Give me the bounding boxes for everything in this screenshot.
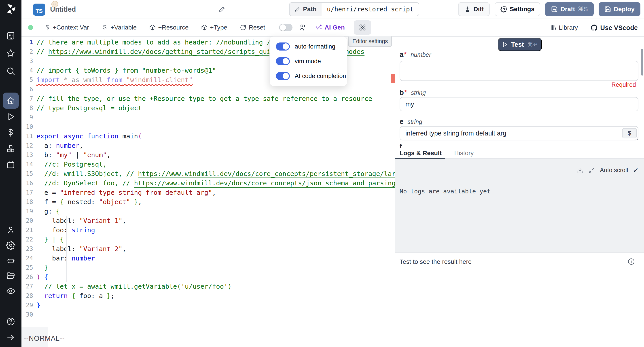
panel-scrollbar[interactable] xyxy=(641,49,643,76)
editor-toolbar: +Context Var +Variable +Resource +Type R… xyxy=(22,19,644,37)
code-line[interactable]: 7// fill the type, or use the +Resource … xyxy=(22,94,395,103)
code-line[interactable]: 22 } | { xyxy=(22,235,395,244)
favorites-star-icon[interactable] xyxy=(0,45,22,61)
arg-b-input[interactable] xyxy=(400,97,638,111)
code-line[interactable]: 30 xyxy=(22,310,395,319)
draft-button[interactable]: Draft ⌘S xyxy=(545,2,594,16)
windmill-logo-icon[interactable] xyxy=(5,3,16,15)
arg-e-input[interactable] xyxy=(400,126,638,140)
dollar-icon xyxy=(102,24,108,31)
line-number: 29 xyxy=(22,300,33,310)
library-icon xyxy=(550,24,556,31)
add-variable-button[interactable]: +Variable xyxy=(102,24,137,31)
add-resource-button[interactable]: +Resource xyxy=(149,24,188,31)
line-number: 22 xyxy=(22,235,33,244)
sidebar-item-resources[interactable] xyxy=(0,141,22,157)
toggle-on[interactable] xyxy=(276,72,290,80)
edit-summary-pencil-icon[interactable] xyxy=(218,5,226,13)
deploy-button[interactable]: Deploy xyxy=(598,2,640,16)
add-context-var-button[interactable]: +Context Var xyxy=(44,24,89,31)
test-button[interactable]: Test ⌘↵ xyxy=(498,38,542,51)
sidebar-item-folders[interactable] xyxy=(0,268,22,284)
tab-history[interactable]: History xyxy=(454,150,474,157)
code-line[interactable]: 8// type Postgresql = object xyxy=(22,103,395,113)
code-line[interactable]: 17 e = "inferred type string from defaul… xyxy=(22,188,395,197)
library-button[interactable]: Library xyxy=(550,24,578,31)
sidebar-item-users[interactable] xyxy=(0,222,22,238)
download-logs-icon[interactable] xyxy=(577,167,584,174)
toggle-on[interactable] xyxy=(276,57,290,65)
code-line[interactable]: 26) { xyxy=(22,272,395,282)
code-line[interactable]: 12 a: number, xyxy=(22,141,395,150)
menu-item-auto-formatting[interactable]: auto-formatting xyxy=(276,42,341,50)
line-number: 8 xyxy=(22,103,33,113)
tab-logs-result[interactable]: Logs & Result xyxy=(400,150,442,157)
code-line[interactable]: 28 return { foo: a }; xyxy=(22,291,395,300)
arg-a-input[interactable] xyxy=(400,61,638,81)
add-type-button[interactable]: +Type xyxy=(201,24,227,31)
code-line[interactable]: 19 g: { xyxy=(22,206,395,216)
arg-e-label: e string xyxy=(400,118,422,126)
code-line[interactable]: 14 //c: Postgresql, xyxy=(22,160,395,169)
sidebar xyxy=(0,0,22,347)
path-value[interactable]: u/henri/restored_script xyxy=(322,3,419,16)
line-number: 18 xyxy=(22,197,33,206)
search-icon[interactable] xyxy=(0,63,22,79)
sidebar-item-settings[interactable] xyxy=(0,237,22,253)
path-field[interactable]: Path u/henri/restored_script xyxy=(289,2,419,16)
line-number: 15 xyxy=(22,169,33,178)
sidebar-item-audit-eye[interactable] xyxy=(0,283,22,299)
sidebar-item-runs[interactable] xyxy=(0,109,22,125)
sidebar-item-workers-robot[interactable] xyxy=(0,253,22,269)
multiplayer-toggle[interactable] xyxy=(279,24,292,31)
code-line[interactable]: 23 label: "Variant 2", xyxy=(22,244,395,254)
sidebar-item-schedules[interactable] xyxy=(0,157,22,173)
gear-icon xyxy=(359,24,366,31)
sidebar-item-variables[interactable] xyxy=(0,124,22,141)
toggle-on[interactable] xyxy=(276,42,290,50)
line-number: 1 xyxy=(22,38,33,47)
use-vscode-button[interactable]: Use VScode xyxy=(590,24,638,32)
multiplayer-users-icon[interactable] xyxy=(298,23,307,32)
magic-wand-icon xyxy=(315,24,322,31)
diff-button[interactable]: Diff xyxy=(458,2,490,16)
collapse-arrow-icon[interactable] xyxy=(0,329,22,345)
line-number: 21 xyxy=(22,225,33,235)
sidebar-item-home[interactable] xyxy=(3,92,19,109)
auto-scroll-checkbox[interactable]: ✓ xyxy=(633,166,639,174)
code-line[interactable]: 27 // let x = await wmill.getVariable('u… xyxy=(22,282,395,291)
settings-button[interactable]: Settings xyxy=(495,2,540,16)
code-line[interactable]: 15 //d: wmill.S3Object, // https://www.w… xyxy=(22,169,395,178)
code-line[interactable]: 20 label: "Variant 1", xyxy=(22,216,395,225)
code-line[interactable]: 11export async function main( xyxy=(22,132,395,141)
info-icon[interactable] xyxy=(628,258,635,266)
editor-settings-button[interactable] xyxy=(354,20,371,35)
code-line[interactable]: 16 //d: DynSelect_foo, // https://www.wi… xyxy=(22,178,395,188)
code-line[interactable]: 25 } xyxy=(22,263,395,272)
code-line[interactable]: 13 b: "my" | "enum", xyxy=(22,150,395,160)
workspace-icon[interactable] xyxy=(0,28,22,44)
menu-item-vim-mode[interactable]: vim mode xyxy=(276,57,341,65)
menu-item-ai-code-completion[interactable]: AI code completion xyxy=(276,72,341,80)
line-number: 7 xyxy=(22,94,33,103)
editor-settings-tooltip: Editor settings xyxy=(348,36,392,47)
code-line[interactable]: 21 foo: string xyxy=(22,225,395,235)
code-line[interactable]: 24 bar: number xyxy=(22,254,395,263)
resize-handle-icon[interactable] xyxy=(634,136,639,140)
line-number: 17 xyxy=(22,188,33,197)
line-number: 30 xyxy=(22,310,33,319)
reset-button[interactable]: Reset xyxy=(240,24,265,31)
line-number: 3 xyxy=(22,56,33,66)
required-error: Required xyxy=(611,82,636,88)
plus-minus-icon xyxy=(464,6,471,12)
code-line[interactable]: 18 f = { nested: "object" }, xyxy=(22,197,395,206)
help-icon[interactable] xyxy=(0,314,22,330)
line-number: 11 xyxy=(22,132,33,141)
code-line[interactable]: 29} xyxy=(22,300,395,310)
expand-logs-icon[interactable] xyxy=(588,167,595,174)
line-number: 10 xyxy=(22,122,33,132)
line-number: 25 xyxy=(22,263,33,272)
code-line[interactable]: 9 xyxy=(22,113,395,122)
ai-gen-button[interactable]: AI Gen xyxy=(315,24,345,31)
code-line[interactable]: 10 xyxy=(22,122,395,132)
